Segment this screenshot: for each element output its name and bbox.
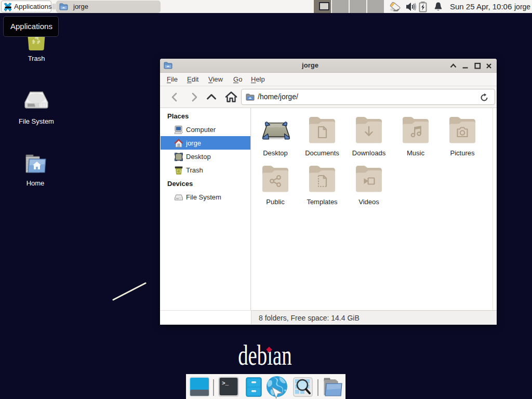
svg-text:>_: >_ [222,380,229,387]
